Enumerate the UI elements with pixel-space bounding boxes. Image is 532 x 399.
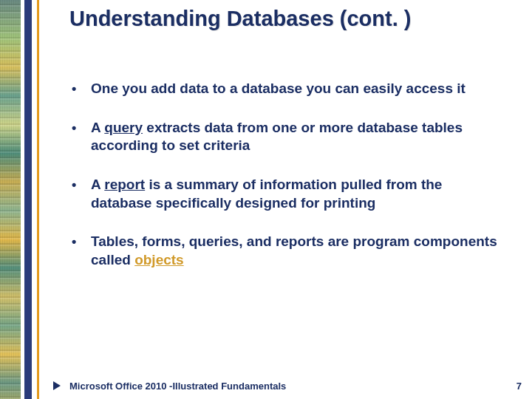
footer-text: Microsoft Office 2010 -Illustrated Funda…: [69, 381, 286, 392]
bullet-text: A query extracts data from one or more d…: [91, 119, 506, 155]
decorative-left-band: [0, 0, 30, 399]
bullet-dot-icon: •: [70, 233, 91, 250]
bullet-dot-icon: •: [70, 119, 91, 137]
texture-strip: [0, 0, 21, 399]
list-item: • Tables, forms, queries, and reports ar…: [70, 233, 506, 269]
slide-title: Understanding Databases (cont. ): [69, 6, 513, 31]
bullet-text: One you add data to a database you can e…: [91, 80, 506, 98]
bullet-text: Tables, forms, queries, and reports are …: [91, 233, 506, 269]
play-arrow-icon: [53, 381, 61, 390]
list-item: • A report is a summary of information p…: [70, 176, 506, 212]
footer: Microsoft Office 2010 -Illustrated Funda…: [0, 375, 532, 392]
bullet-dot-icon: •: [70, 80, 91, 98]
list-item: • A query extracts data from one or more…: [70, 119, 506, 155]
blue-bar: [24, 0, 32, 399]
bullet-text: A report is a summary of information pul…: [91, 176, 506, 212]
list-item: • One you add data to a database you can…: [70, 80, 506, 98]
bullet-dot-icon: •: [70, 176, 91, 194]
orange-bar: [37, 0, 39, 399]
page-number: 7: [516, 381, 522, 392]
slide: Understanding Databases (cont. ) • One y…: [0, 0, 532, 399]
bullet-list: • One you add data to a database you can…: [70, 80, 506, 290]
